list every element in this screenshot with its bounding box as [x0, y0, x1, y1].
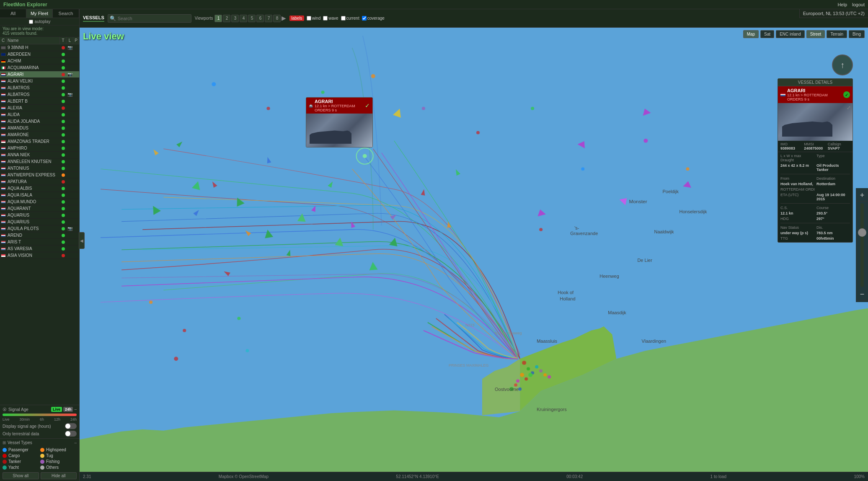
vessel-row[interactable]: ACHIM — [0, 58, 79, 65]
vessel-row[interactable]: AMPHIRO — [0, 145, 79, 152]
vessel-name: ALEXIA — [7, 106, 60, 110]
map-search-input[interactable] — [118, 16, 189, 21]
tab-my-fleet[interactable]: My Fleet — [26, 9, 53, 18]
vessel-popup[interactable]: 🚢 AGRARI 12.1 kn > ROTTERDAM ORDERS 9 s … — [306, 97, 373, 147]
vessel-row[interactable]: AQUARIUS — [0, 212, 79, 219]
vessel-row[interactable]: ALAN VELIKI — [0, 78, 79, 85]
vtype-yacht[interactable]: Yacht — [3, 465, 39, 470]
vtype-passenger[interactable]: Passenger — [3, 447, 39, 452]
map-btn-street[interactable]: Street — [806, 30, 825, 38]
vessel-row[interactable]: ASIA VISION — [0, 252, 79, 259]
vessel-row[interactable]: ALEXIA — [0, 105, 79, 111]
vessel-row[interactable]: AMARONE — [0, 132, 79, 138]
vessel-row[interactable]: ALBATROS — [0, 85, 79, 91]
current-checkbox[interactable] — [341, 16, 346, 21]
vessel-photo-expand[interactable]: ⤢ — [847, 105, 851, 111]
zoom-slider-track[interactable] — [860, 203, 864, 287]
viewport-next-arrow[interactable]: ▶ — [282, 15, 286, 22]
tab-search[interactable]: Search — [53, 9, 79, 18]
vessel-row[interactable]: AQUARIUS — [0, 219, 79, 225]
vessel-status-dot — [60, 59, 67, 63]
vessel-row[interactable]: ALIDA JOLANDA — [0, 118, 79, 125]
vessel-row[interactable]: ARIS T — [0, 239, 79, 246]
map-btn-map[interactable]: Map — [743, 30, 759, 38]
vessel-row[interactable]: AMANDUS — [0, 125, 79, 132]
map-btn-enc-inland[interactable]: ENC inland — [776, 30, 805, 38]
terrestrial-toggle[interactable] — [65, 431, 77, 437]
map-btn-bing[interactable]: Bing — [849, 30, 865, 38]
logout-link[interactable]: logout — [852, 2, 865, 7]
viewport-btn-2[interactable]: 2 — [223, 15, 230, 22]
vtype-fishing-label: Fishing — [46, 459, 59, 464]
vtype-passenger-dot — [3, 448, 7, 452]
vtype-others[interactable]: Others — [40, 465, 77, 470]
badge-live[interactable]: Live — [51, 407, 62, 412]
hide-all-button[interactable]: Hide all — [41, 472, 77, 479]
signal-slider[interactable] — [3, 414, 77, 416]
vessel-row[interactable]: AQUA ALBIS — [0, 185, 79, 192]
vtype-fishing[interactable]: Fishing — [40, 459, 77, 464]
viewport-btn-8[interactable]: 8 — [273, 15, 281, 22]
vtype-tanker[interactable]: Tanker — [3, 459, 39, 464]
vessel-row[interactable]: AQUARANT — [0, 205, 79, 212]
vessel-popup-close[interactable]: ✓ — [365, 102, 370, 109]
help-link[interactable]: Help — [837, 2, 847, 7]
vessel-row[interactable]: ANTONIUS — [0, 165, 79, 172]
viewport-btn-7[interactable]: 7 — [265, 15, 272, 22]
map-toolbar: VESSELS 🔍 Viewports 1 2 3 4 5 6 7 8 ▶ — [80, 9, 868, 28]
layer-wind[interactable]: wind — [307, 16, 321, 21]
vessel-row[interactable]: ANNA NIEK — [0, 152, 79, 158]
vessel-row[interactable]: ALBERT B — [0, 98, 79, 105]
vessel-row[interactable]: AQUA ISALA — [0, 192, 79, 199]
zoom-out-button[interactable]: − — [856, 289, 868, 300]
viewport-btn-3[interactable]: 3 — [231, 15, 239, 22]
coverage-checkbox[interactable] — [362, 16, 367, 21]
map-btn-sat[interactable]: Sat — [760, 30, 774, 38]
vessel-row[interactable]: AS VARESIA — [0, 246, 79, 252]
wave-checkbox[interactable] — [323, 16, 328, 21]
sidebar-collapse-button[interactable]: ◀ — [79, 232, 85, 249]
vessel-row[interactable]: ANNELEEN KNUTSEN — [0, 158, 79, 165]
signal-slider-container[interactable] — [3, 414, 77, 416]
navigation-compass[interactable]: ↑ — [832, 54, 853, 75]
compass-circle[interactable]: ↑ — [832, 54, 853, 75]
vessel-flag — [0, 140, 7, 143]
layer-coverage[interactable]: coverage — [362, 16, 385, 21]
wind-checkbox[interactable] — [307, 16, 311, 21]
viewport-btn-4[interactable]: 4 — [240, 15, 247, 22]
search-input-container[interactable]: 🔍 — [108, 14, 191, 23]
viewport-btn-5[interactable]: 5 — [248, 15, 256, 22]
vessel-row[interactable]: ACQUAMARINA — [0, 65, 79, 71]
badge-24h[interactable]: 24h — [63, 407, 73, 412]
vessel-row[interactable]: APATURA — [0, 178, 79, 185]
zoom-in-button[interactable]: + — [856, 190, 868, 202]
display-signal-toggle[interactable] — [65, 423, 77, 429]
layer-labels[interactable]: labels — [289, 16, 304, 21]
map-btn-terrain[interactable]: Terrain — [827, 30, 847, 38]
viewport-btn-6[interactable]: 6 — [256, 15, 264, 22]
vtype-tug[interactable]: Tug — [40, 453, 77, 458]
vessel-row[interactable]: ALIDA — [0, 111, 79, 118]
vessel-row[interactable]: ABERDEEN — [0, 51, 79, 58]
vessel-types-minus[interactable]: – — [74, 440, 77, 445]
layer-current[interactable]: current — [341, 16, 359, 21]
map-layers: labels wind wave current coverage — [289, 16, 384, 21]
vessel-row[interactable]: AMAZONAS TRADER — [0, 138, 79, 145]
vessel-row[interactable]: AQUILA PILOTS 📷 — [0, 225, 79, 232]
signal-age-minus[interactable]: – — [74, 407, 77, 412]
tab-all[interactable]: All — [0, 9, 26, 18]
show-all-button[interactable]: Show all — [3, 472, 39, 479]
layer-wave[interactable]: wave — [323, 16, 338, 21]
vessel-row[interactable]: AGRARI 📷 — [0, 71, 79, 78]
autoplay-checkbox[interactable] — [29, 20, 33, 24]
zoom-slider-thumb[interactable] — [858, 228, 866, 237]
vessel-row[interactable]: 9 38NN8 H 📷 — [0, 44, 79, 51]
vessel-row[interactable]: ANTWERPEN EXPRESS — [0, 172, 79, 178]
vtype-highspeed[interactable]: Highspeed — [40, 447, 77, 452]
vessel-row[interactable]: ALBATROS 📷 — [0, 91, 79, 98]
vessel-row[interactable]: AREND — [0, 232, 79, 239]
map-area[interactable]: VESSELS 🔍 Viewports 1 2 3 4 5 6 7 8 ▶ — [80, 9, 868, 481]
vtype-cargo[interactable]: Cargo — [3, 453, 39, 458]
viewport-btn-1[interactable]: 1 — [214, 15, 222, 22]
vessel-row[interactable]: AQUA MUNDO — [0, 199, 79, 205]
